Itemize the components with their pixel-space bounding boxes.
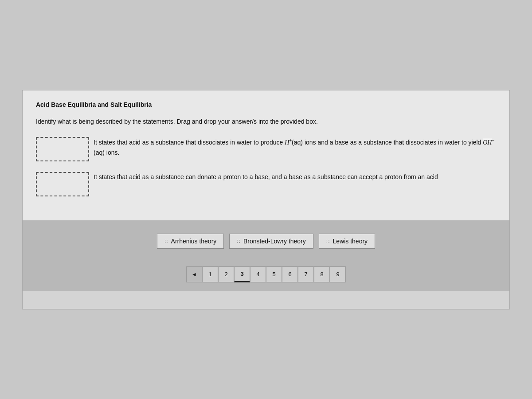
prev-button[interactable]: ◄ — [186, 266, 202, 282]
page-6-button[interactable]: 6 — [282, 266, 298, 282]
page-3-button[interactable]: 3 — [234, 266, 250, 282]
arrhenius-label: Arrhenius theory — [171, 238, 217, 245]
drag-icon-bronsted: :: — [237, 238, 241, 244]
page-4-button[interactable]: 4 — [250, 266, 266, 282]
instruction-text: Identify what is being described by the … — [36, 117, 496, 126]
arrhenius-chip[interactable]: :: Arrhenius theory — [157, 234, 224, 249]
lewis-chip[interactable]: :: Lewis theory — [319, 234, 375, 249]
question-1: It states that acid as a substance that … — [36, 137, 496, 161]
page-7-button[interactable]: 7 — [298, 266, 314, 282]
answers-area: :: Arrhenius theory :: Bronsted-Lowry th… — [23, 220, 509, 262]
main-content: Acid Base Equilibria and Salt Equilibria… — [23, 90, 509, 220]
page-2-button[interactable]: 2 — [218, 266, 234, 282]
drop-box-2[interactable] — [36, 172, 89, 196]
page-1-button[interactable]: 1 — [202, 266, 218, 282]
drop-box-1[interactable] — [36, 137, 89, 161]
outer-container: Acid Base Equilibria and Salt Equilibria… — [22, 90, 510, 309]
page-9-button[interactable]: 9 — [330, 266, 346, 282]
lewis-label: Lewis theory — [332, 238, 368, 245]
question-2-text: It states that acid as a substance can d… — [94, 172, 496, 182]
page-title: Acid Base Equilibria and Salt Equilibria — [36, 101, 496, 108]
page-5-button[interactable]: 5 — [266, 266, 282, 282]
bronsted-label: Bronsted-Lowry theory — [243, 238, 306, 245]
pagination-area: ◄ 1 2 3 4 5 6 7 8 9 — [23, 262, 509, 291]
question-2: It states that acid as a substance can d… — [36, 172, 496, 196]
drag-icon-lewis: :: — [326, 238, 330, 244]
drag-icon-arrhenius: :: — [164, 238, 168, 244]
page-8-button[interactable]: 8 — [314, 266, 330, 282]
question-1-text: It states that acid as a substance that … — [94, 137, 496, 157]
bronsted-chip[interactable]: :: Bronsted-Lowry theory — [229, 234, 313, 249]
